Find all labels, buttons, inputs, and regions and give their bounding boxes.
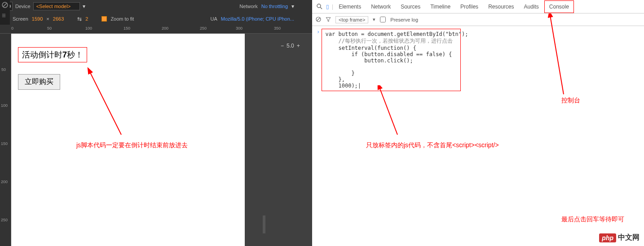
tab-console[interactable]: Console xyxy=(544,0,574,13)
left-sidebar: ☰ xyxy=(0,0,10,25)
ua-label: UA xyxy=(210,16,217,22)
device-model-dropdown[interactable]: <Select model> xyxy=(33,2,80,10)
annotation-bottom: 最后点击回车等待即可 xyxy=(561,215,624,224)
ua-value[interactable]: Mozilla/5.0 (iPhone; CPU iPhon... xyxy=(221,16,294,22)
watermark-text: 中文网 xyxy=(618,233,640,242)
no-icon-2[interactable] xyxy=(0,0,10,11)
console-input-area[interactable]: › var button = document.getElementById("… xyxy=(312,26,644,94)
arrow-annotation-icon xyxy=(85,67,130,139)
zoom-fit-label: Zoom to fit xyxy=(110,16,134,22)
screen-label: Screen xyxy=(13,16,28,22)
svg-line-8 xyxy=(379,88,397,135)
filter-icon[interactable] xyxy=(326,17,331,23)
console-toolbar: <top frame> ▾ Preserve log xyxy=(312,13,644,26)
device-label: Device xyxy=(15,4,31,9)
svg-line-4 xyxy=(320,7,322,9)
preserve-log-label: Preserve log xyxy=(390,17,418,22)
tab-elements[interactable]: Elements xyxy=(334,1,366,13)
throttling-dropdown[interactable]: No throttling xyxy=(261,4,288,9)
screen-height[interactable]: 2663 xyxy=(53,16,64,22)
viewport-overflow: − 5.0 + xyxy=(245,34,312,246)
devtools-panel: ▯ | Elements Network Sources Timeline Pr… xyxy=(312,0,644,246)
search-icon[interactable] xyxy=(316,3,323,10)
tab-profiles[interactable]: Profiles xyxy=(456,1,483,13)
zoom-out-icon[interactable]: − xyxy=(281,43,284,49)
tab-sources[interactable]: Sources xyxy=(396,1,425,13)
arrow-console-icon xyxy=(532,13,568,99)
device-icon[interactable]: ▯ xyxy=(324,3,331,10)
horizontal-ruler: 0 50 100 150 200 250 300 350 xyxy=(0,25,312,34)
svg-line-2 xyxy=(90,72,121,135)
device-toolbar: Device <Select model> ▾ Network No throt… xyxy=(0,0,312,25)
network-label: Network xyxy=(239,4,257,9)
swap-icon[interactable]: ⇆ xyxy=(77,16,82,22)
zoom-in-icon[interactable]: + xyxy=(297,43,300,49)
svg-line-7 xyxy=(550,16,564,94)
console-code[interactable]: var button = document.getElementById("bt… xyxy=(322,29,461,91)
watermark: php 中文网 xyxy=(599,233,640,242)
tab-network[interactable]: Network xyxy=(366,1,395,13)
menu-icon[interactable]: ☰ xyxy=(0,11,10,20)
pixel-ratio[interactable]: 2 xyxy=(85,16,88,22)
buy-button[interactable]: 立即购买 xyxy=(18,74,60,90)
page-viewport: 活动倒计时7秒！ 立即购买 xyxy=(11,34,245,246)
tab-audits[interactable]: Audits xyxy=(519,1,543,13)
tab-timeline[interactable]: Timeline xyxy=(426,1,455,13)
clear-console-icon[interactable] xyxy=(316,17,321,23)
svg-line-6 xyxy=(317,18,320,21)
vertical-ruler: 50 100 150 200 250 xyxy=(0,34,11,246)
php-badge: php xyxy=(599,233,616,242)
frame-selector[interactable]: <top frame> xyxy=(335,16,368,23)
zoom-control: − 5.0 + xyxy=(281,43,300,49)
screen-width[interactable]: 1590 xyxy=(32,16,43,22)
countdown-text: 活动倒计时7秒！ xyxy=(18,47,87,62)
panel-resize-handle[interactable] xyxy=(263,215,265,233)
device-emulation-panel: Device <Select model> ▾ Network No throt… xyxy=(0,0,312,246)
svg-line-10 xyxy=(4,4,7,7)
annotation-left: js脚本代码一定要在倒计时结束前放进去 xyxy=(76,141,188,149)
zoom-value: 5.0 xyxy=(287,43,294,49)
arrow-code-icon xyxy=(375,85,402,139)
devtools-tabbar: ▯ | Elements Network Sources Timeline Pr… xyxy=(312,0,644,13)
svg-point-3 xyxy=(317,4,321,8)
annotation-console: 控制台 xyxy=(561,97,580,105)
console-prompt-icon: › xyxy=(317,29,320,35)
tab-resources[interactable]: Resources xyxy=(484,1,518,13)
zoom-checkbox[interactable] xyxy=(101,16,107,22)
annotation-code: 只放标签内的js代码，不含首尾<script><script/> xyxy=(366,141,499,149)
preserve-log-checkbox[interactable] xyxy=(380,17,386,22)
